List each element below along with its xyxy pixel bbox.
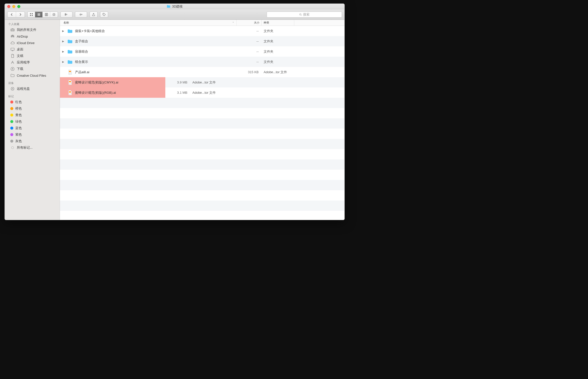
file-size-cell: -- xyxy=(237,39,262,43)
ai-file-icon xyxy=(66,90,74,96)
sidebar-item-label: 紫色 xyxy=(15,132,22,137)
file-kind-cell: Adobe...tor 文件 xyxy=(190,80,223,85)
svg-rect-11 xyxy=(66,14,66,15)
svg-point-17 xyxy=(300,14,301,15)
sidebar-tag-color-1[interactable]: 橙色 xyxy=(5,105,60,112)
file-row[interactable]: ▶组合展示--文件夹 xyxy=(60,57,344,67)
sidebar-item-disc[interactable]: 远程光盘 xyxy=(5,85,60,92)
chevron-left-icon xyxy=(10,13,14,16)
sidebar-item-folder[interactable]: Creative Cloud Files xyxy=(5,72,60,79)
tag-color-swatch xyxy=(10,133,13,136)
view-list-button[interactable] xyxy=(35,12,43,17)
sidebar-section-favorites: 个人收藏 xyxy=(5,21,60,27)
svg-point-24 xyxy=(12,147,14,149)
traffic-lights xyxy=(5,5,20,8)
svg-rect-3 xyxy=(32,15,33,16)
sidebar-item-downloads[interactable]: 下载 xyxy=(5,66,60,72)
file-name-label: 蜜蜂设计规范(初版)(RGB).ai xyxy=(75,90,116,95)
file-name-label: 袋装+卡装+其他组合 xyxy=(75,29,105,33)
edit-tags-button[interactable] xyxy=(100,12,108,17)
sidebar-tag-color-6[interactable]: 灰色 xyxy=(5,138,60,144)
tag-color-swatch xyxy=(10,140,13,143)
view-coverflow-button[interactable] xyxy=(50,12,58,17)
minimize-window-button[interactable] xyxy=(12,5,15,8)
sidebar-item-label: 文稿 xyxy=(17,54,23,58)
sidebar-item-documents[interactable]: 文稿 xyxy=(5,53,60,59)
sidebar-tag-all-tags[interactable]: 所有标记... xyxy=(5,144,60,151)
sidebar-tag-color-0[interactable]: 红色 xyxy=(5,99,60,105)
sidebar-section-devices: 设备 xyxy=(5,80,60,85)
view-group xyxy=(27,12,58,18)
share-group xyxy=(90,12,98,18)
sidebar-item-label: 桌面 xyxy=(17,47,23,52)
svg-rect-12 xyxy=(65,15,65,15)
sidebar-item-label: 远程光盘 xyxy=(17,86,30,91)
file-size-cell: 3.9 MB xyxy=(165,80,190,84)
downloads-icon xyxy=(10,67,15,71)
file-size-cell: -- xyxy=(237,60,262,64)
ai-file-icon xyxy=(66,69,74,75)
sidebar-item-all-my-files[interactable]: 我的所有文件 xyxy=(5,27,60,33)
grid-icon xyxy=(30,13,33,16)
svg-point-16 xyxy=(103,14,104,14)
arrange-group xyxy=(60,12,72,18)
sidebar-tag-color-3[interactable]: 绿色 xyxy=(5,118,60,125)
airdrop-icon xyxy=(10,34,15,39)
file-row[interactable]: 蜜蜂设计规范(初版)(CMYK).ai3.9 MBAdobe...tor 文件 xyxy=(60,77,344,87)
file-name-cell: 蜜蜂设计规范(初版)(RGB).ai xyxy=(60,87,165,98)
file-row[interactable]: ▶容器组合--文件夹 xyxy=(60,46,344,57)
zoom-window-button[interactable] xyxy=(17,5,20,8)
column-header-size[interactable]: 大小 xyxy=(237,20,262,26)
sidebar-item-desktop[interactable]: 桌面 xyxy=(5,46,60,53)
view-column-button[interactable] xyxy=(43,12,50,17)
sidebar-item-label: 红色 xyxy=(15,100,22,104)
share-button[interactable] xyxy=(90,12,97,17)
disclosure-triangle-icon[interactable]: ▶ xyxy=(61,50,65,53)
sidebar-item-icloud[interactable]: iCloud Drive xyxy=(5,40,60,46)
tag-icon xyxy=(102,13,106,16)
file-kind-cell: 文件夹 xyxy=(262,39,294,44)
sidebar-tag-color-4[interactable]: 蓝色 xyxy=(5,125,60,131)
view-icon-button[interactable] xyxy=(28,12,35,17)
svg-point-15 xyxy=(80,14,81,15)
sidebar-tag-color-5[interactable]: 紫色 xyxy=(5,131,60,138)
columns-icon xyxy=(45,13,48,16)
sidebar-item-label: 橙色 xyxy=(15,106,22,111)
sidebar-tag-color-2[interactable]: 黄色 xyxy=(5,112,60,118)
file-name-cell: ▶袋装+卡装+其他组合 xyxy=(60,28,237,34)
disclosure-triangle-icon[interactable]: ▶ xyxy=(61,30,65,32)
sidebar-item-label: 所有标记... xyxy=(17,145,33,150)
tag-group xyxy=(100,12,108,18)
empty-row xyxy=(60,211,344,220)
file-row[interactable]: ▶袋装+卡装+其他组合--文件夹 xyxy=(60,26,344,36)
finder-window: 3D建模 xyxy=(5,4,345,220)
icloud-icon xyxy=(10,41,15,45)
file-row[interactable]: 产品ai8.ai315 KBAdobe...tor 文件 xyxy=(60,67,344,77)
file-row[interactable]: 蜜蜂设计规范(初版)(RGB).ai3.1 MBAdobe...tor 文件 xyxy=(60,87,344,98)
close-window-button[interactable] xyxy=(7,5,10,8)
svg-rect-7 xyxy=(53,13,54,15)
empty-row xyxy=(60,201,344,211)
column-header-kind[interactable]: 种类 xyxy=(262,20,294,26)
back-button[interactable] xyxy=(8,12,16,17)
sidebar-item-label: AirDrop xyxy=(17,35,28,38)
svg-rect-9 xyxy=(66,13,66,14)
column-header-name[interactable]: 名称 ˄ xyxy=(60,20,237,26)
svg-rect-18 xyxy=(11,29,14,31)
sidebar-item-applications[interactable]: 应用程序 xyxy=(5,59,60,66)
arrange-button[interactable] xyxy=(61,12,72,17)
disclosure-triangle-icon[interactable]: ▶ xyxy=(61,40,65,43)
file-kind-cell: 文件夹 xyxy=(262,49,294,54)
svg-rect-0 xyxy=(30,13,31,14)
search-placeholder: 搜索 xyxy=(303,12,310,17)
action-button[interactable] xyxy=(75,12,87,17)
file-row[interactable]: ▶盒子组合--文件夹 xyxy=(60,36,344,46)
folder-icon xyxy=(66,59,74,65)
empty-row xyxy=(60,98,344,108)
forward-button[interactable] xyxy=(16,12,25,17)
file-name-cell: ▶组合展示 xyxy=(60,59,237,65)
search-input[interactable]: 搜索 xyxy=(267,12,342,18)
disclosure-triangle-icon[interactable]: ▶ xyxy=(61,60,65,63)
all-my-files-icon xyxy=(10,28,15,32)
sidebar-item-airdrop[interactable]: AirDrop xyxy=(5,33,60,40)
